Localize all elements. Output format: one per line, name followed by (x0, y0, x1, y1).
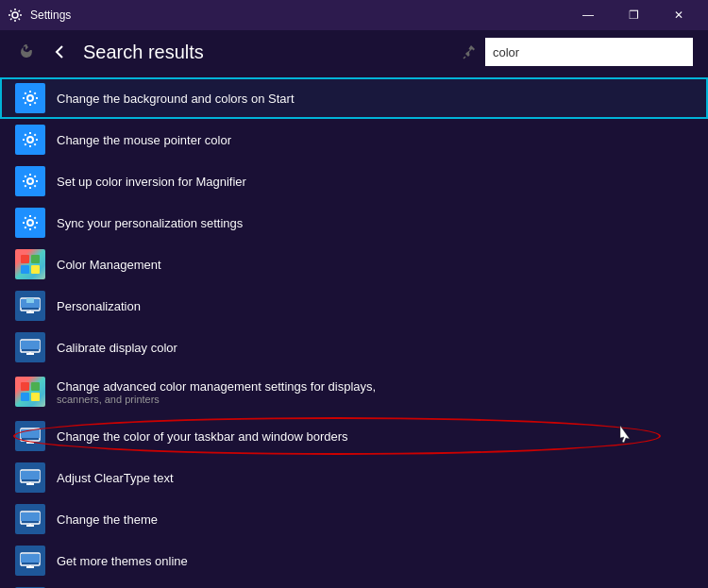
result-item-7[interactable]: Calibrate display color (0, 327, 708, 368)
result-label-3: Set up color inversion for Magnifier (57, 175, 246, 189)
titlebar-controls: — ❐ ✕ (566, 0, 700, 30)
result-item-1[interactable]: Change the background and colors on Star… (0, 77, 708, 119)
svg-rect-12 (26, 298, 34, 303)
result-icon-12 (15, 546, 45, 576)
color-icon-8 (15, 377, 45, 407)
svg-point-5 (27, 220, 33, 226)
result-item-2[interactable]: Change the mouse pointer color (0, 119, 708, 160)
display-icon-12 (15, 546, 45, 576)
svg-point-3 (27, 137, 33, 143)
main-content: Search results Ch (0, 30, 708, 588)
svg-line-1 (464, 57, 465, 59)
close-button[interactable]: ✕ (657, 0, 700, 30)
results-list: Change the background and colors on Star… (0, 74, 708, 588)
result-label-8-line2: scanners, and printers (57, 394, 376, 405)
result-item-8[interactable]: Change advanced color management setting… (0, 368, 708, 415)
result-icon-11 (15, 504, 45, 534)
result-item-6[interactable]: Personalization (0, 285, 708, 327)
result-icon-9 (15, 421, 45, 451)
result-label-6: Personalization (57, 299, 141, 313)
result-item-3[interactable]: Set up color inversion for Magnifier (0, 160, 708, 202)
header-right (463, 38, 693, 66)
refresh-button[interactable] (15, 41, 38, 63)
result-label-10: Adjust ClearType text (57, 471, 174, 485)
svg-rect-19 (21, 382, 29, 391)
svg-rect-28 (21, 471, 40, 479)
display-icon-10 (15, 462, 45, 493)
result-label-12: Get more themes online (57, 554, 188, 568)
settings-icon-2 (15, 125, 45, 155)
result-text-8: Change advanced color management setting… (57, 379, 376, 405)
result-icon-4 (15, 208, 45, 238)
result-item-4[interactable]: Sync your personalization settings (0, 202, 708, 244)
svg-rect-36 (21, 554, 40, 563)
result-label-4: Sync your personalization settings (57, 216, 243, 230)
result-item-11[interactable]: Change the theme (0, 498, 708, 540)
display-icon-7 (15, 332, 45, 362)
svg-rect-20 (31, 382, 40, 391)
back-button[interactable] (49, 41, 72, 63)
settings-icon-1 (15, 83, 45, 113)
result-icon-10 (15, 462, 45, 493)
result-label-2: Change the mouse pointer color (57, 133, 231, 147)
titlebar: Settings — ❐ ✕ (0, 0, 708, 30)
result-icon-3 (15, 166, 45, 196)
circled-item-wrapper: Change the color of your taskbar and win… (0, 415, 708, 457)
svg-rect-22 (31, 393, 40, 401)
result-icon-2 (15, 125, 45, 155)
result-label-9: Change the color of your taskbar and win… (57, 429, 348, 444)
svg-point-4 (27, 178, 33, 184)
result-item-5[interactable]: Color Management (0, 244, 708, 285)
search-input[interactable] (485, 38, 693, 66)
result-label-11: Change the theme (57, 512, 158, 527)
result-item-13[interactable]: Personalize your computer (0, 581, 708, 588)
svg-rect-9 (31, 265, 40, 274)
svg-point-2 (27, 95, 33, 101)
svg-rect-16 (21, 341, 40, 349)
page-title: Search results (83, 42, 204, 63)
result-item-10[interactable]: Adjust ClearType text (0, 457, 708, 498)
result-item-12[interactable]: Get more themes online (0, 540, 708, 581)
result-icon-6 (15, 291, 45, 321)
minimize-button[interactable]: — (566, 0, 610, 30)
settings-icon-4 (15, 208, 45, 238)
svg-rect-7 (31, 255, 40, 263)
pin-button[interactable] (463, 44, 478, 59)
settings-app-icon (8, 8, 23, 23)
result-label-1: Change the background and colors on Star… (57, 92, 295, 106)
svg-rect-8 (21, 265, 29, 274)
svg-rect-32 (21, 512, 40, 521)
result-label-8-line1: Change advanced color management setting… (57, 379, 376, 394)
settings-icon-3 (15, 166, 45, 196)
svg-rect-24 (21, 429, 40, 438)
maximize-button[interactable]: ❐ (612, 0, 655, 30)
color-icon-5 (15, 249, 45, 279)
result-icon-5 (15, 249, 45, 279)
header-left: Search results (15, 41, 204, 63)
titlebar-left: Settings (8, 8, 71, 23)
titlebar-title: Settings (30, 8, 71, 22)
display-icon-9 (15, 421, 45, 451)
result-item-9[interactable]: Change the color of your taskbar and win… (0, 415, 708, 457)
result-icon-7 (15, 332, 45, 362)
result-label-5: Color Management (57, 258, 161, 272)
result-label-7: Calibrate display color (57, 341, 177, 355)
display-icon-6 (15, 291, 45, 321)
display-icon-11 (15, 504, 45, 534)
svg-rect-6 (21, 255, 29, 263)
svg-rect-21 (21, 393, 29, 401)
header: Search results (0, 30, 708, 74)
result-icon-8 (15, 377, 45, 407)
result-icon-1 (15, 83, 45, 113)
svg-point-0 (12, 12, 18, 18)
